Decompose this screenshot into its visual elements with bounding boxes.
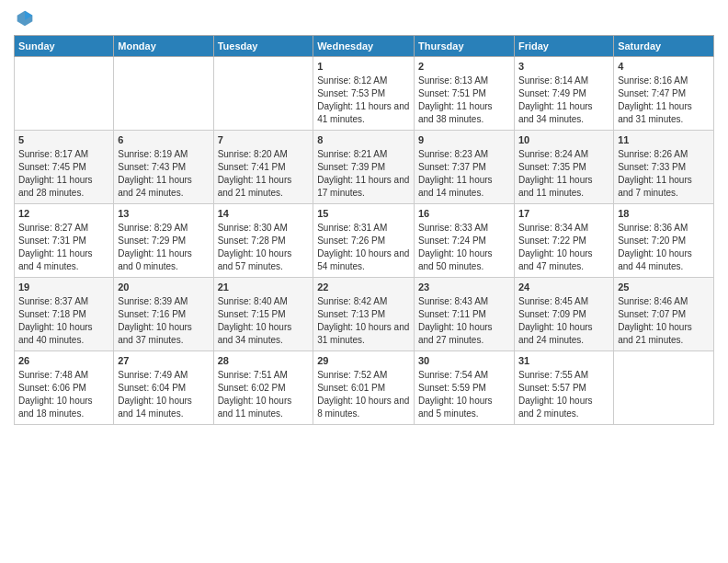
logo (14, 9, 34, 28)
day-info-line: Sunset: 6:02 PM (218, 382, 310, 395)
calendar-header: SundayMondayTuesdayWednesdayThursdayFrid… (15, 36, 714, 57)
day-info-line: Sunrise: 8:31 AM (317, 222, 410, 235)
day-info-line: Sunrise: 8:39 AM (118, 295, 209, 308)
day-info-line: Sunrise: 8:26 AM (618, 148, 710, 161)
day-info-line: Sunrise: 8:43 AM (418, 295, 510, 308)
calendar-cell (15, 57, 114, 131)
day-number: 23 (418, 281, 510, 294)
day-number: 13 (118, 207, 209, 221)
day-number: 26 (18, 354, 109, 368)
calendar-cell: 30Sunrise: 7:54 AMSunset: 5:59 PMDayligh… (415, 351, 515, 425)
day-info-line: Sunset: 7:39 PM (317, 161, 410, 174)
day-number: 17 (518, 207, 609, 221)
day-info-line: Sunset: 7:24 PM (418, 235, 510, 247)
day-number: 25 (618, 281, 710, 294)
day-info-line: Sunrise: 8:37 AM (18, 295, 109, 308)
day-number: 27 (118, 354, 209, 368)
day-number: 9 (418, 133, 510, 147)
calendar-cell: 10Sunrise: 8:24 AMSunset: 7:35 PMDayligh… (514, 131, 613, 204)
day-info-line: Daylight: 11 hours and 0 minutes. (118, 247, 209, 273)
calendar-cell: 14Sunrise: 8:30 AMSunset: 7:28 PMDayligh… (213, 204, 313, 278)
day-info-line: Sunrise: 7:54 AM (418, 369, 510, 382)
day-number: 24 (518, 281, 609, 294)
calendar-cell: 12Sunrise: 8:27 AMSunset: 7:31 PMDayligh… (15, 204, 114, 278)
day-info-line: Sunset: 7:53 PM (317, 87, 410, 100)
day-info-line: Sunset: 7:41 PM (218, 161, 310, 174)
calendar-cell: 15Sunrise: 8:31 AMSunset: 7:26 PMDayligh… (313, 204, 415, 278)
day-info-line: Daylight: 10 hours and 14 minutes. (118, 395, 209, 420)
day-info-line: Daylight: 11 hours and 7 minutes. (618, 174, 710, 200)
day-number: 6 (118, 133, 209, 147)
day-info-line: Daylight: 10 hours and 40 minutes. (18, 321, 109, 347)
day-info-line: Sunset: 7:47 PM (618, 87, 710, 100)
day-number: 16 (418, 207, 510, 221)
day-info-line: Sunset: 7:28 PM (218, 235, 310, 247)
day-info-line: Daylight: 10 hours and 21 minutes. (618, 321, 710, 347)
day-info-line: Sunrise: 8:45 AM (518, 295, 609, 308)
day-info-line: Sunrise: 7:55 AM (518, 369, 609, 382)
day-info-line: Daylight: 10 hours and 31 minutes. (317, 321, 410, 347)
calendar-cell: 3Sunrise: 8:14 AMSunset: 7:49 PMDaylight… (514, 57, 613, 131)
day-info-line: Sunrise: 8:24 AM (518, 148, 609, 161)
day-info-line: Daylight: 10 hours and 11 minutes. (218, 395, 310, 420)
day-info-line: Sunrise: 8:12 AM (317, 75, 410, 87)
header-day-saturday: Saturday (614, 36, 714, 57)
day-info-line: Sunrise: 8:27 AM (18, 222, 109, 235)
day-info-line: Daylight: 11 hours and 38 minutes. (418, 100, 510, 126)
day-info-line: Sunrise: 8:19 AM (118, 148, 209, 161)
day-number: 15 (317, 207, 410, 221)
header-day-friday: Friday (514, 36, 613, 57)
day-info-line: Sunset: 7:33 PM (618, 161, 710, 174)
day-info-line: Sunset: 6:04 PM (118, 382, 209, 395)
day-info-line: Sunrise: 7:48 AM (18, 369, 109, 382)
calendar-body: 1Sunrise: 8:12 AMSunset: 7:53 PMDaylight… (15, 57, 714, 425)
day-number: 28 (218, 354, 310, 368)
day-info-line: Daylight: 11 hours and 14 minutes. (418, 174, 510, 200)
day-info-line: Sunrise: 8:17 AM (18, 148, 109, 161)
logo-icon (16, 9, 34, 28)
calendar-cell: 31Sunrise: 7:55 AMSunset: 5:57 PMDayligh… (514, 351, 613, 425)
day-info-line: Sunrise: 8:21 AM (317, 148, 410, 161)
day-info-line: Sunrise: 8:42 AM (317, 295, 410, 308)
week-row-2: 12Sunrise: 8:27 AMSunset: 7:31 PMDayligh… (15, 204, 714, 278)
day-info-line: Sunset: 7:07 PM (618, 308, 710, 321)
day-info-line: Daylight: 10 hours and 34 minutes. (218, 321, 310, 347)
day-number: 14 (218, 207, 310, 221)
day-number: 20 (118, 281, 209, 294)
header-day-wednesday: Wednesday (313, 36, 415, 57)
day-number: 29 (317, 354, 410, 368)
day-info-line: Daylight: 10 hours and 57 minutes. (218, 247, 310, 273)
day-info-line: Daylight: 10 hours and 54 minutes. (317, 247, 410, 273)
day-number: 30 (418, 354, 510, 368)
calendar-cell: 23Sunrise: 8:43 AMSunset: 7:11 PMDayligh… (415, 278, 515, 351)
day-number: 5 (18, 133, 109, 147)
day-info-line: Sunset: 7:09 PM (518, 308, 609, 321)
header-day-thursday: Thursday (415, 36, 515, 57)
day-info-line: Daylight: 11 hours and 4 minutes. (18, 247, 109, 273)
day-number: 12 (18, 207, 109, 221)
calendar-cell: 5Sunrise: 8:17 AMSunset: 7:45 PMDaylight… (15, 131, 114, 204)
day-info-line: Daylight: 10 hours and 2 minutes. (518, 395, 609, 420)
day-info-line: Sunrise: 8:34 AM (518, 222, 609, 235)
day-info-line: Daylight: 10 hours and 8 minutes. (317, 395, 410, 420)
calendar-cell: 4Sunrise: 8:16 AMSunset: 7:47 PMDaylight… (614, 57, 714, 131)
header-day-tuesday: Tuesday (213, 36, 313, 57)
calendar-cell: 25Sunrise: 8:46 AMSunset: 7:07 PMDayligh… (614, 278, 714, 351)
calendar-cell: 29Sunrise: 7:52 AMSunset: 6:01 PMDayligh… (313, 351, 415, 425)
day-info-line: Sunset: 7:16 PM (118, 308, 209, 321)
day-info-line: Daylight: 10 hours and 47 minutes. (518, 247, 609, 273)
day-info-line: Daylight: 11 hours and 34 minutes. (518, 100, 609, 126)
day-info-line: Daylight: 10 hours and 44 minutes. (618, 247, 710, 273)
week-row-4: 26Sunrise: 7:48 AMSunset: 6:06 PMDayligh… (15, 351, 714, 425)
calendar-cell: 17Sunrise: 8:34 AMSunset: 7:22 PMDayligh… (514, 204, 613, 278)
header-row: SundayMondayTuesdayWednesdayThursdayFrid… (15, 36, 714, 57)
day-info-line: Daylight: 11 hours and 24 minutes. (118, 174, 209, 200)
day-info-line: Sunset: 7:26 PM (317, 235, 410, 247)
calendar-cell: 27Sunrise: 7:49 AMSunset: 6:04 PMDayligh… (114, 351, 213, 425)
day-info-line: Sunset: 5:59 PM (418, 382, 510, 395)
day-info-line: Sunset: 7:37 PM (418, 161, 510, 174)
day-info-line: Sunrise: 8:20 AM (218, 148, 310, 161)
day-info-line: Sunset: 5:57 PM (518, 382, 609, 395)
day-info-line: Sunrise: 7:52 AM (317, 369, 410, 382)
calendar-cell: 8Sunrise: 8:21 AMSunset: 7:39 PMDaylight… (313, 131, 415, 204)
